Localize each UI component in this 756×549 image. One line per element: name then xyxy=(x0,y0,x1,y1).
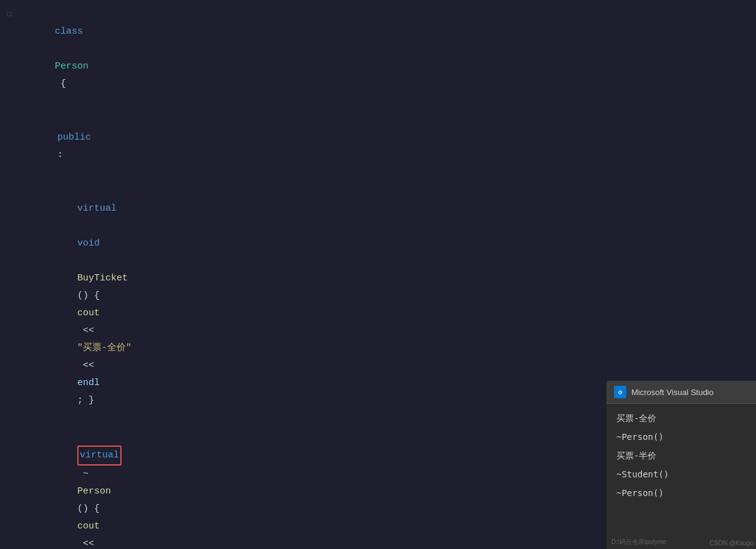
output-title: Microsoft Visual Studio xyxy=(631,388,714,397)
output-line-2: ~Person() xyxy=(616,427,746,446)
path-text: D:\码云仓库\polymo xyxy=(611,538,666,547)
watermark: CSDN @Kaugo xyxy=(710,540,754,547)
highlight-virtual-1: virtual xyxy=(77,446,122,465)
output-line-1: 买票-全价 xyxy=(616,409,746,427)
code-line-1: □ class Person { xyxy=(0,5,756,111)
vs-icon: ⚙ xyxy=(614,386,626,398)
output-content: 买票-全价 ~Person() 买票-半价 ~Student() ~Person… xyxy=(606,404,756,507)
output-line-4: ~Student() xyxy=(616,465,746,484)
output-header: ⚙ Microsoft Visual Studio xyxy=(606,381,756,404)
output-line-5: ~Person() xyxy=(616,484,746,502)
kw-class-1: class xyxy=(55,26,83,37)
code-editor: □ class Person { public : virtual void B… xyxy=(0,0,756,549)
output-line-3: 买票-半价 xyxy=(616,446,746,465)
output-panel: ⚙ Microsoft Visual Studio 买票-全价 ~Person(… xyxy=(606,381,756,549)
collapse-1[interactable]: □ xyxy=(5,6,14,23)
class-name-person: Person xyxy=(55,61,89,72)
code-line-2: public : xyxy=(0,111,756,182)
